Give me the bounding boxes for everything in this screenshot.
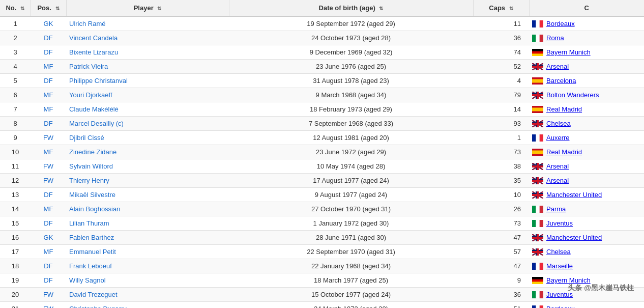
club-link[interactable]: Bayern Munich	[546, 48, 591, 56]
cell-club[interactable]: Real Madrid	[529, 145, 644, 159]
table-row: 2DFVincent Candela24 October 1973 (aged …	[0, 31, 644, 45]
club-link[interactable]: Juventus	[546, 219, 573, 227]
club-link[interactable]: Real Madrid	[546, 105, 582, 113]
club-link[interactable]: Bordeaux	[546, 20, 575, 27]
svg-rect-120	[532, 291, 536, 298]
cell-dob: 22 September 1970 (aged 31)	[229, 245, 473, 259]
table-body: 1GKUlrich Ramé19 September 1972 (aged 29…	[0, 16, 644, 308]
club-link[interactable]: Parma	[546, 205, 566, 213]
cell-club[interactable]: Bayern Munich	[529, 45, 644, 60]
cell-player[interactable]: Willy Sagnol	[66, 273, 229, 288]
cell-player[interactable]: Fabien Barthez	[66, 231, 229, 245]
club-link[interactable]: Bayern Munich	[546, 276, 591, 284]
cell-dob: 9 December 1969 (aged 32)	[229, 45, 473, 60]
flag-icon	[532, 63, 543, 70]
club-link[interactable]: Arsenal	[546, 162, 569, 170]
club-link[interactable]: Auxerre	[546, 134, 570, 142]
cell-player[interactable]: Patrick Vieira	[66, 60, 229, 74]
club-link[interactable]: Real Madrid	[546, 148, 582, 156]
cell-player[interactable]: Marcel Desailly (c)	[66, 117, 229, 131]
cell-club[interactable]: Arsenal	[529, 174, 644, 188]
flag-icon	[532, 134, 543, 142]
svg-rect-114	[532, 263, 536, 270]
cell-player[interactable]: Bixente Lizarazu	[66, 45, 229, 60]
svg-rect-111	[532, 251, 543, 253]
cell-player[interactable]: David Trezeguet	[66, 288, 229, 302]
svg-rect-32	[532, 94, 543, 96]
cell-club[interactable]: Chelsea	[529, 245, 644, 259]
table-row: 17MFEmmanuel Petit22 September 1970 (age…	[0, 245, 644, 259]
club-link[interactable]: Chelsea	[546, 120, 571, 127]
col-header-caps[interactable]: Caps ⇅	[473, 0, 529, 16]
club-link[interactable]: Marseille	[546, 262, 573, 270]
col-header-no[interactable]: No. ⇅	[0, 0, 31, 16]
cell-player[interactable]: Christophe Dugarry	[66, 302, 229, 309]
cell-club[interactable]: Marseille	[529, 259, 644, 273]
cell-player[interactable]: Djibril Cissé	[66, 131, 229, 145]
table-row: 19DFWilly Sagnol18 March 1977 (aged 25)9…	[0, 273, 644, 288]
club-link[interactable]: Arsenal	[546, 177, 569, 184]
cell-player[interactable]: Claude Makélélé	[66, 102, 229, 117]
col-header-dob[interactable]: Date of birth (age) ⇅	[229, 0, 473, 16]
cell-club[interactable]: Bayern Munich	[529, 273, 644, 288]
club-link[interactable]: Arsenal	[546, 63, 569, 70]
cell-player[interactable]: Sylvain Wiltord	[66, 159, 229, 174]
svg-rect-72	[532, 180, 543, 182]
club-link[interactable]: Bordeaux	[546, 305, 575, 308]
cell-club[interactable]: Bordeaux	[529, 302, 644, 309]
table-row: 16GKFabien Barthez28 June 1971 (aged 30)…	[0, 231, 644, 245]
cell-dob: 18 February 1973 (aged 29)	[229, 102, 473, 117]
col-header-club[interactable]: C	[529, 0, 644, 16]
cell-club[interactable]: Manchester United	[529, 231, 644, 245]
cell-dob: 22 January 1968 (aged 34)	[229, 259, 473, 273]
cell-dob: 31 August 1978 (aged 23)	[229, 74, 473, 88]
cell-club[interactable]: Juventus	[529, 216, 644, 231]
cell-club[interactable]: Roma	[529, 31, 644, 45]
club-link[interactable]: Manchester United	[546, 234, 602, 241]
cell-player[interactable]: Emmanuel Petit	[66, 245, 229, 259]
club-link[interactable]: Juventus	[546, 291, 573, 298]
cell-no: 11	[0, 159, 31, 174]
cell-player[interactable]: Philippe Christanval	[66, 74, 229, 88]
svg-rect-34	[532, 107, 543, 111]
cell-club[interactable]: Arsenal	[529, 159, 644, 174]
svg-rect-83	[532, 194, 543, 196]
cell-player[interactable]: Vincent Candela	[66, 31, 229, 45]
cell-caps: 52	[473, 60, 529, 74]
cell-player[interactable]: Lilian Thuram	[66, 216, 229, 231]
cell-club[interactable]: Barcelona	[529, 74, 644, 88]
cell-player[interactable]: Zinedine Zidane	[66, 145, 229, 159]
club-link[interactable]: Manchester United	[546, 191, 602, 199]
club-link[interactable]: Chelsea	[546, 248, 571, 256]
cell-club[interactable]: Bordeaux	[529, 16, 644, 31]
flag-icon	[532, 35, 543, 42]
club-link[interactable]: Roma	[546, 34, 564, 42]
cell-player[interactable]: Alain Boghossian	[66, 202, 229, 216]
cell-caps: 36	[473, 288, 529, 302]
cell-player[interactable]: Youri Djorkaeff	[66, 88, 229, 102]
cell-player[interactable]: Mikaël Silvestre	[66, 188, 229, 202]
table-row: 8DFMarcel Desailly (c)7 September 1968 (…	[0, 117, 644, 131]
svg-rect-8	[532, 49, 543, 51]
cell-club[interactable]: Chelsea	[529, 117, 644, 131]
cell-club[interactable]: Bolton Wanderers	[529, 88, 644, 102]
table-row: 11FWSylvain Wiltord10 May 1974 (aged 28)…	[0, 159, 644, 174]
col-header-player[interactable]: Player ⇅	[66, 0, 229, 16]
cell-club[interactable]: Manchester United	[529, 188, 644, 202]
table-header-row: No. ⇅ Pos. ⇅ Player ⇅ Date of birth (age…	[0, 0, 644, 16]
cell-club[interactable]: Auxerre	[529, 131, 644, 145]
cell-club[interactable]: Juventus	[529, 288, 644, 302]
cell-player[interactable]: Ulrich Ramé	[66, 16, 229, 31]
cell-club[interactable]: Arsenal	[529, 60, 644, 74]
cell-caps: 36	[473, 31, 529, 45]
col-header-pos[interactable]: Pos. ⇅	[31, 0, 66, 16]
club-link[interactable]: Barcelona	[546, 77, 576, 85]
cell-player[interactable]: Frank Leboeuf	[66, 259, 229, 273]
cell-pos: MF	[31, 88, 66, 102]
cell-player[interactable]: Thierry Henry	[66, 174, 229, 188]
club-link[interactable]: Bolton Wanderers	[546, 91, 599, 99]
svg-rect-48	[532, 134, 536, 142]
cell-pos: MF	[31, 245, 66, 259]
cell-club[interactable]: Real Madrid	[529, 102, 644, 117]
cell-club[interactable]: Parma	[529, 202, 644, 216]
